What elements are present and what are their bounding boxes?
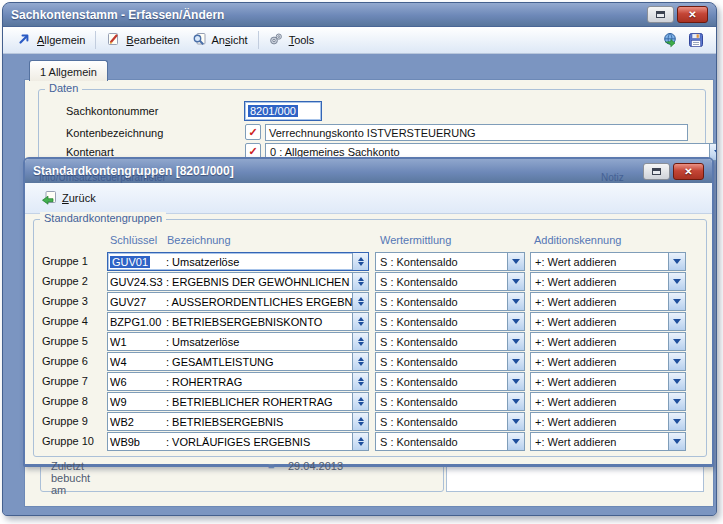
schluessel-bezeichnung-input[interactable]: W4: GESAMTLEISTUNG (107, 352, 369, 371)
chevron-down-icon[interactable] (668, 413, 685, 430)
menu-tools[interactable]: Tools (263, 30, 321, 50)
tab-allgemein[interactable]: 1 Allgemein (29, 60, 108, 81)
additionskennung-select[interactable]: +: Wert addieren (530, 372, 686, 391)
spinner-icon[interactable] (352, 333, 368, 350)
chevron-down-icon[interactable] (507, 273, 524, 290)
wertermittlung-select[interactable]: S : Kontensaldo (375, 352, 525, 371)
additionskennung-select[interactable]: +: Wert addieren (530, 272, 686, 291)
wertermittlung-select[interactable]: S : Kontensaldo (375, 292, 525, 311)
sachkontonummer-value: 8201/000 (248, 105, 298, 117)
wertermittlung-select[interactable]: S : Kontensaldo (375, 252, 525, 271)
schluessel-bezeichnung-input[interactable]: GUV01: Umsatzerlöse (107, 252, 369, 271)
edit-icon (106, 32, 122, 48)
additionskennung-select[interactable]: +: Wert addieren (530, 252, 686, 271)
schluessel-bezeichnung-input[interactable]: W1: Umsatzerlöse (107, 332, 369, 351)
schluessel-bezeichnung-input[interactable]: WB9b: VORLÄUFIGES ERGEBNIS (107, 432, 369, 451)
chevron-down-icon[interactable] (668, 313, 685, 330)
additionskennung-select[interactable]: +: Wert addieren (530, 352, 686, 371)
wertermittlung-select[interactable]: S : Kontensaldo (375, 432, 525, 451)
ghost-notiz-label: Notiz (601, 172, 624, 183)
row-label: Gruppe 1 (42, 252, 104, 271)
wertermittlung-select[interactable]: S : Kontensaldo (375, 372, 525, 391)
wertermittlung-select[interactable]: S : Kontensaldo (375, 392, 525, 411)
additionskennung-select[interactable]: +: Wert addieren (530, 312, 686, 331)
menu-ansicht[interactable]: Ansicht (186, 30, 254, 50)
wertermittlung-select[interactable]: S : Kontensaldo (375, 312, 525, 331)
spinner-icon[interactable] (352, 373, 368, 390)
schluessel-bezeichnung-input[interactable]: BZPG1.00: BETRIEBSERGEBNISKONTO (107, 312, 369, 331)
chevron-down-icon[interactable] (507, 373, 524, 390)
magnifier-icon (192, 32, 208, 48)
spinner-icon[interactable] (352, 353, 368, 370)
dialog-close-button[interactable]: ✕ (673, 163, 704, 180)
table-row: Gruppe 3GUV27: AUSSERORDENTLICHES ERGEBN… (34, 292, 706, 311)
close-button[interactable]: ✕ (677, 6, 708, 23)
schluessel-bezeichnung-input[interactable]: GUV24.S3: ERGEBNIS DER GEWÖHNLICHEN GES (107, 272, 369, 291)
row-label: Gruppe 7 (42, 372, 104, 391)
schluessel-bezeichnung-input[interactable]: W6: ROHERTRAG (107, 372, 369, 391)
schluessel-bezeichnung-input[interactable]: WB2: BETRIEBSERGEBNIS (107, 412, 369, 431)
back-arrow-icon (41, 190, 57, 206)
sachkontonummer-row: Sachkontonummer (66, 105, 158, 117)
dialog-titlebar: Standardkontengruppen [8201/000] Info/Um… (25, 159, 712, 183)
table-row: Gruppe 1GUV01: UmsatzerlöseS : Kontensal… (34, 252, 706, 271)
wertermittlung-select[interactable]: S : Kontensaldo (375, 332, 525, 351)
save-icon[interactable] (688, 32, 704, 48)
spinner-icon[interactable] (352, 273, 368, 290)
table-row: Gruppe 6W4: GESAMTLEISTUNGS : Kontensald… (34, 352, 706, 371)
zuletzt-bebucht-label: Zuletzt bebucht am (51, 460, 90, 496)
row-label: Gruppe 4 (42, 312, 104, 331)
zurueck-button[interactable]: Zurück (35, 188, 102, 208)
chevron-down-icon[interactable] (668, 293, 685, 310)
additionskennung-select[interactable]: +: Wert addieren (530, 392, 686, 411)
chevron-down-icon[interactable] (668, 333, 685, 350)
wertermittlung-select[interactable]: S : Kontensaldo (375, 412, 525, 431)
dialog-restore-button[interactable] (643, 163, 670, 180)
row-label: Gruppe 6 (42, 352, 104, 371)
chevron-down-icon[interactable] (507, 253, 524, 270)
chevron-down-icon[interactable] (668, 393, 685, 410)
restore-button[interactable] (647, 6, 674, 23)
chevron-down-icon[interactable] (507, 293, 524, 310)
spinner-icon[interactable] (352, 413, 368, 430)
spinner-icon[interactable] (352, 313, 368, 330)
chevron-down-icon[interactable] (668, 273, 685, 290)
chevron-down-icon[interactable] (507, 353, 524, 370)
menu-bearbeiten[interactable]: Bearbeiten (100, 30, 185, 50)
chevron-down-icon[interactable] (507, 313, 524, 330)
chevron-down-icon[interactable] (668, 253, 685, 270)
additionskennung-select[interactable]: +: Wert addieren (530, 292, 686, 311)
chevron-down-icon[interactable] (668, 433, 685, 450)
equals-indicator: = (268, 460, 274, 472)
additionskennung-select[interactable]: +: Wert addieren (530, 432, 686, 451)
schluessel-bezeichnung-input[interactable]: GUV27: AUSSERORDENTLICHES ERGEBNIS (107, 292, 369, 311)
zuletzt-bebucht-value: 29.04.2013 (288, 460, 343, 472)
chevron-down-icon[interactable] (507, 433, 524, 450)
additionskennung-select[interactable]: +: Wert addieren (530, 332, 686, 351)
spinner-icon[interactable] (352, 253, 368, 270)
sachkontonummer-input[interactable]: 8201/000 (244, 101, 322, 121)
arrow-ne-icon (17, 32, 33, 48)
table-row: Gruppe 4BZPG1.00: BETRIEBSERGEBNISKONTOS… (34, 312, 706, 331)
zurueck-label: Zurück (62, 192, 96, 204)
globe-export-icon[interactable] (662, 32, 678, 48)
main-titlebar: Sachkontenstamm - Erfassen/Ändern ✕ (3, 3, 716, 27)
additionskennung-select[interactable]: +: Wert addieren (530, 412, 686, 431)
chevron-down-icon[interactable] (507, 393, 524, 410)
chevron-down-icon[interactable] (507, 333, 524, 350)
row-label: Gruppe 3 (42, 292, 104, 311)
spinner-icon[interactable] (352, 433, 368, 450)
schluessel-bezeichnung-input[interactable]: W9: BETRIEBLICHER ROHERTRAG (107, 392, 369, 411)
chevron-down-icon[interactable] (507, 413, 524, 430)
column-header-3: Wertermittlung (380, 234, 451, 246)
kontenbezeichnung-input[interactable]: Verrechnungskonto ISTVERSTEUERUNG (265, 124, 688, 141)
chevron-down-icon[interactable] (668, 373, 685, 390)
spinner-icon[interactable] (352, 293, 368, 310)
kontenbezeichnung-checkbox[interactable]: ✓ (245, 124, 261, 140)
menu-allgemein[interactable]: Allgemein (11, 30, 91, 50)
chevron-down-icon[interactable] (668, 353, 685, 370)
menubar-items: AllgemeinBearbeitenAnsichtTools (11, 30, 320, 50)
spinner-icon[interactable] (352, 393, 368, 410)
wertermittlung-select[interactable]: S : Kontensaldo (375, 272, 525, 291)
kontenbezeichnung-value: Verrechnungskonto ISTVERSTEUERUNG (269, 127, 476, 139)
